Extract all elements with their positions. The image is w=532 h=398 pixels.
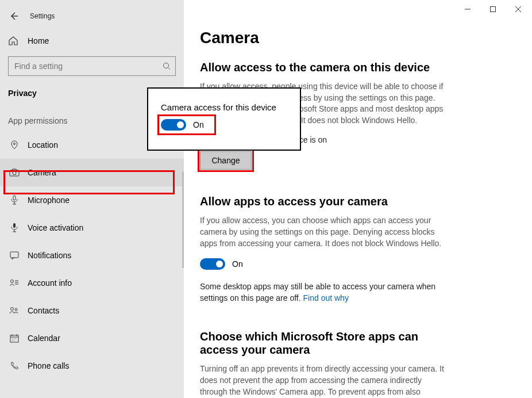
home-nav[interactable]: Home [0, 30, 184, 56]
section2-body: If you allow access, you can choose whic… [200, 215, 447, 249]
main-content: Camera Allow access to the camera on thi… [184, 0, 532, 398]
home-icon [8, 36, 21, 46]
sidebar-item-voice-activation[interactable]: Voice activation [0, 214, 184, 242]
section3-body: Turning off an app prevents it from dire… [200, 363, 447, 398]
camera-icon [8, 169, 21, 177]
svg-rect-5 [13, 223, 16, 228]
page-title: Camera [200, 29, 509, 47]
contacts-icon [8, 307, 21, 315]
svg-point-0 [164, 63, 169, 68]
sidebar-item-label: Location [28, 140, 58, 150]
svg-point-3 [13, 171, 16, 175]
sidebar: Settings Home Privacy App permissions Lo… [0, 0, 184, 398]
section1-heading: Allow access to the camera on this devic… [200, 61, 509, 74]
find-out-why-link[interactable]: Find out why [303, 293, 349, 303]
svg-rect-6 [10, 252, 18, 258]
popup-toggle-label: On [193, 120, 204, 129]
sidebar-item-label: Calendar [28, 334, 60, 343]
minimize-button[interactable] [455, 1, 480, 17]
sidebar-item-calendar[interactable]: Calendar [0, 324, 184, 352]
search-input-container[interactable] [8, 56, 176, 76]
sidebar-item-label: Contacts [28, 306, 59, 315]
sidebar-item-label: Phone calls [28, 361, 69, 370]
sidebar-item-label: Notifications [28, 251, 71, 260]
popup-title: Camera access for this device [161, 102, 287, 112]
apps-access-toggle[interactable] [200, 258, 225, 270]
microphone-icon [8, 195, 21, 205]
sidebar-item-phone-calls[interactable]: Phone calls [0, 352, 184, 380]
sidebar-item-label: Voice activation [28, 223, 83, 232]
location-icon [8, 140, 21, 150]
back-button[interactable] [8, 10, 20, 22]
sidebar-item-account-info[interactable]: Account info [0, 269, 184, 297]
section3-heading: Choose which Microsoft Store apps can ac… [200, 330, 447, 357]
home-label: Home [28, 36, 49, 45]
close-button[interactable] [506, 1, 531, 17]
sidebar-item-notifications[interactable]: Notifications [0, 242, 184, 269]
svg-point-1 [14, 143, 16, 145]
sidebar-item-contacts[interactable]: Contacts [0, 297, 184, 324]
sidebar-item-label: Account info [28, 278, 72, 288]
notifications-icon [8, 251, 21, 259]
change-button[interactable]: Change [200, 151, 252, 170]
svg-rect-11 [491, 7, 496, 12]
popup-toggle[interactable] [161, 119, 186, 131]
search-input[interactable] [9, 62, 158, 71]
calendar-icon [8, 334, 21, 343]
app-title: Settings [30, 12, 55, 20]
section2-heading: Allow apps to access your camera [200, 195, 509, 208]
sidebar-item-label: Microphone [28, 196, 70, 205]
window-controls [455, 1, 531, 17]
svg-point-8 [11, 308, 14, 311]
apps-access-toggle-label: On [232, 259, 243, 269]
sidebar-item-microphone[interactable]: Microphone [0, 186, 184, 214]
svg-rect-4 [13, 196, 16, 200]
camera-access-popup: Camera access for this device On [147, 87, 301, 151]
phone-icon [8, 361, 21, 370]
maximize-button[interactable] [480, 1, 506, 17]
svg-point-9 [15, 308, 17, 311]
voice-icon [8, 223, 21, 233]
svg-point-7 [11, 280, 14, 283]
section2-note: Some desktop apps may still be able to a… [200, 281, 447, 304]
sidebar-item-label: Camera [28, 168, 56, 177]
account-icon [8, 279, 21, 287]
search-icon [158, 62, 175, 70]
sidebar-item-camera[interactable]: Camera [0, 159, 184, 186]
